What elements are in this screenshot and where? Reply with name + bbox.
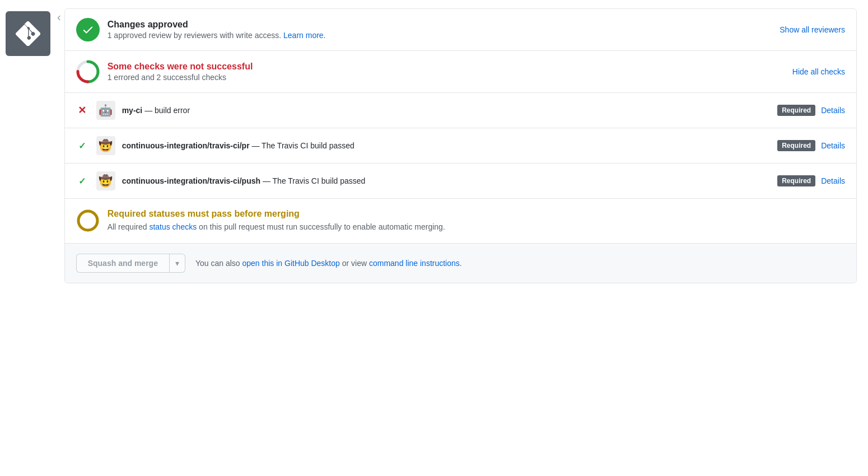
check-status-error: ✕ (76, 104, 88, 116)
check-avatar-my-ci: 🤖 (96, 101, 115, 120)
checks-subtitle: 1 errored and 2 successful checks (108, 73, 781, 82)
check-text-travis-pr: continuous-integration/travis-ci/pr — Th… (122, 141, 778, 150)
required-badge-pr: Required (777, 140, 815, 151)
status-checks-link[interactable]: status checks (149, 222, 197, 231)
details-link-travis-pr[interactable]: Details (821, 141, 845, 150)
dropdown-arrow-icon: ▾ (175, 259, 179, 268)
required-badge: Required (777, 105, 815, 116)
squash-merge-button[interactable]: Squash and merge (76, 254, 170, 273)
check-row-my-ci: ✕ 🤖 my-ci — build error Required Details (65, 93, 856, 128)
checks-text: Some checks were not successful 1 errore… (108, 62, 781, 82)
check-text-my-ci: my-ci — build error (122, 106, 778, 115)
required-statuses-text: Required statuses must pass before mergi… (108, 209, 845, 233)
learn-more-link[interactable]: Learn more. (283, 31, 325, 40)
check-avatar-travis-pr: 🤠 (96, 136, 115, 155)
checks-status-icon (76, 60, 100, 83)
required-statuses-title: Required statuses must pass before mergi… (108, 209, 845, 219)
approved-title: Changes approved (108, 20, 769, 30)
hide-all-checks-link[interactable]: Hide all checks (792, 67, 845, 76)
required-status-icon (76, 209, 100, 232)
show-all-reviewers-link[interactable]: Show all reviewers (780, 25, 845, 34)
required-badge-push: Required (777, 175, 815, 186)
check-row-travis-push: ✓ 🤠 continuous-integration/travis-ci/pus… (65, 164, 856, 199)
required-statuses-description: All required status checks on this pull … (108, 221, 845, 233)
check-status-success-push: ✓ (76, 176, 88, 186)
details-link-travis-push[interactable]: Details (821, 176, 845, 185)
changes-approved-section: Changes approved 1 approved review by re… (65, 9, 856, 51)
check-row-travis-pr: ✓ 🤠 continuous-integration/travis-ci/pr … (65, 128, 856, 164)
details-link-my-ci[interactable]: Details (821, 106, 845, 115)
check-status-success-pr: ✓ (76, 141, 88, 151)
check-avatar-travis-push: 🤠 (96, 171, 115, 190)
pr-merge-panel: Changes approved 1 approved review by re… (64, 8, 857, 283)
check-actions-travis-pr: Required Details (777, 140, 845, 151)
check-actions-travis-push: Required Details (777, 175, 845, 186)
command-line-link[interactable]: command line instructions (369, 259, 460, 268)
merge-dropdown-button[interactable]: ▾ (170, 254, 185, 273)
open-desktop-link[interactable]: open this in GitHub Desktop (242, 259, 340, 268)
merge-info-text: You can also open this in GitHub Desktop… (195, 259, 462, 268)
check-text-travis-push: continuous-integration/travis-ci/push — … (122, 176, 778, 185)
approved-text: Changes approved 1 approved review by re… (108, 20, 769, 40)
checks-title: Some checks were not successful (108, 62, 781, 72)
approved-subtitle: 1 approved review by reviewers with writ… (108, 31, 769, 40)
git-icon (6, 11, 50, 56)
svg-point-3 (78, 211, 97, 230)
approved-check-icon (76, 18, 100, 41)
merge-section: Squash and merge ▾ You can also open thi… (65, 244, 856, 283)
chevron-left-icon: ‹ (57, 6, 64, 22)
merge-button-group: Squash and merge ▾ (76, 254, 185, 273)
check-actions-my-ci: Required Details (777, 105, 845, 116)
checks-section: Some checks were not successful 1 errore… (65, 51, 856, 93)
required-statuses-section: Required statuses must pass before mergi… (65, 199, 856, 244)
